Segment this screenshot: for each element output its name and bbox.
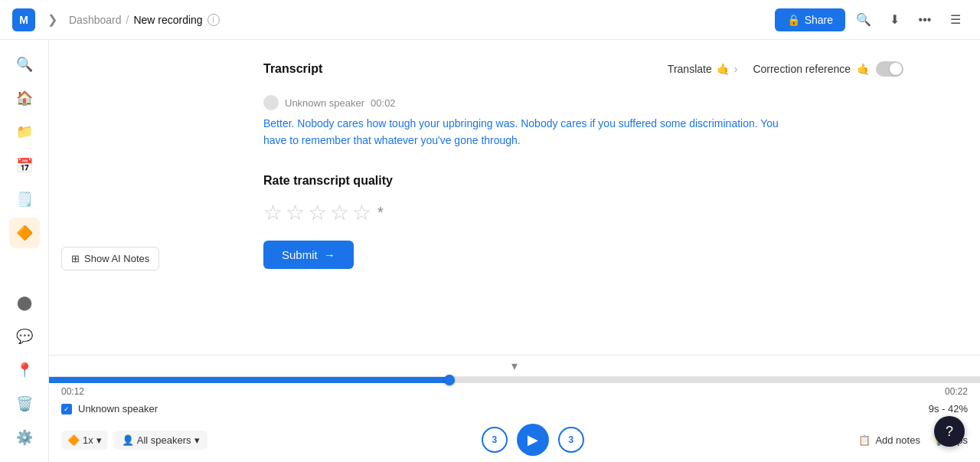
header-left: M ❯ Dashboard / New recording i [12, 8, 220, 31]
breadcrumb: Dashboard / New recording i [69, 14, 220, 26]
speaker-icon: 👤 [122, 434, 134, 446]
sidebar-item-active[interactable]: 🔶 [9, 218, 40, 248]
show-notes-button[interactable]: ⊞ Show AI Notes [61, 247, 159, 270]
sidebar: 🔍 🏠 📁 📅 🗒️ 🔶 ⬤ 💬 📍 🗑️ ⚙️ [0, 40, 49, 462]
speaker-block: Unknown speaker 00:02 Better. Nobody car… [263, 95, 903, 149]
chevron-down-icon: ▾ [511, 359, 518, 373]
star-5[interactable]: ☆ [352, 200, 371, 225]
transcript-header: Transcript Translate 🤙 › Correction refe… [263, 55, 903, 77]
speaker-timestamp: 00:02 [371, 97, 396, 109]
skip-forward-label: 3 [569, 434, 574, 445]
transcript-area: Transcript Translate 🤙 › Correction refe… [49, 40, 980, 355]
notes-icon-player: 📋 [858, 434, 871, 446]
divider-arrow[interactable]: ▾ [49, 355, 980, 376]
correction-reference: Correction reference 🤙 [753, 61, 903, 77]
time-end: 00:22 [945, 386, 968, 397]
play-icon: ▶ [528, 431, 538, 448]
fire-icon: 🤙 [717, 63, 730, 75]
header-right: 🔒 Share 🔍 ⬇ ••• ☰ [775, 8, 968, 32]
breadcrumb-home[interactable]: Dashboard [69, 14, 122, 26]
avatar: M [12, 8, 35, 31]
timeline-bar[interactable] [49, 377, 980, 383]
player-speaker-row: Unknown speaker 9s - 42% [49, 400, 980, 418]
breadcrumb-separator: / [126, 14, 129, 26]
info-icon[interactable]: i [207, 14, 220, 26]
skip-back-label: 3 [492, 434, 498, 445]
speed-button[interactable]: 🔶 1x ▾ [61, 431, 108, 450]
player-section: 00:12 00:22 Unknown speaker 9s - 42% 🔶 1… [49, 376, 980, 462]
main-layout: 🔍 🏠 📁 📅 🗒️ 🔶 ⬤ 💬 📍 🗑️ ⚙️ ⊞ Show AI Notes… [0, 40, 980, 462]
star-3[interactable]: ☆ [308, 200, 327, 225]
more-icon-btn[interactable]: ••• [913, 8, 937, 32]
translate-button[interactable]: Translate 🤙 › [668, 63, 738, 75]
toggle-knob [890, 63, 902, 75]
speaker-info: Unknown speaker 00:02 [263, 95, 903, 110]
rate-title: Rate transcript quality [263, 174, 903, 188]
chevron-down-filter: ▾ [194, 434, 200, 446]
sidebar-item-search[interactable]: 🔍 [9, 49, 40, 80]
chevron-right-icon: › [734, 63, 738, 75]
transcript-icon-btn[interactable]: ☰ [943, 8, 968, 32]
chevron-down-speed: ▾ [96, 434, 102, 446]
timeline-thumb [444, 375, 455, 385]
crown-icon: 🤙 [857, 63, 870, 75]
skip-back-button[interactable]: 3 [482, 427, 508, 453]
correction-toggle[interactable] [876, 61, 903, 77]
sidebar-item-calendar[interactable]: 📅 [9, 150, 40, 181]
player-controls: 🔶 1x ▾ 👤 All speakers ▾ 3 ▶ [49, 418, 980, 462]
speaker-avatar [263, 95, 279, 110]
timeline-progress [49, 377, 449, 383]
sidebar-item-settings[interactable]: ⚙️ [9, 422, 40, 453]
time-start: 00:12 [61, 386, 84, 397]
transcript-title: Transcript [263, 62, 322, 76]
controls-center: 3 ▶ 3 [214, 424, 853, 456]
help-button[interactable]: ? [934, 416, 965, 447]
speaker-checkbox[interactable] [61, 404, 72, 414]
search-icon-btn[interactable]: 🔍 [851, 8, 876, 32]
play-button[interactable]: ▶ [517, 424, 549, 456]
sidebar-item-trash[interactable]: 🗑️ [9, 388, 40, 419]
sidebar-item-folder[interactable]: 📁 [9, 116, 40, 147]
arrow-right-icon: → [324, 248, 335, 261]
duration-label: 9s - 42% [929, 403, 968, 414]
transcript-text: Better. Nobody cares how tough your upbr… [263, 115, 799, 149]
rate-section: Rate transcript quality ☆ ☆ ☆ ☆ ☆ * Subm… [263, 174, 903, 269]
required-asterisk: * [377, 204, 384, 221]
share-button[interactable]: 🔒 Share [775, 8, 845, 31]
sidebar-item-home[interactable]: 🏠 [9, 83, 40, 113]
sidebar-item-notes[interactable]: 🗒️ [9, 184, 40, 215]
download-icon-btn[interactable]: ⬇ [882, 8, 906, 32]
time-labels: 00:12 00:22 [49, 383, 980, 400]
submit-button[interactable]: Submit → [263, 241, 354, 269]
player-speaker-name: Unknown speaker [78, 403, 158, 414]
top-header: M ❯ Dashboard / New recording i 🔒 Share … [0, 0, 980, 40]
sidebar-item-pin[interactable]: 📍 [9, 355, 40, 385]
sidebar-item-circle[interactable]: ⬤ [9, 287, 40, 318]
speaker-name: Unknown speaker [285, 97, 364, 109]
star-4[interactable]: ☆ [330, 200, 349, 225]
correction-ref-label: Correction reference [753, 63, 851, 75]
star-1[interactable]: ☆ [263, 200, 283, 225]
stars-container: ☆ ☆ ☆ ☆ ☆ * [263, 200, 903, 225]
add-notes-button[interactable]: 📋 Add notes [858, 434, 920, 446]
translate-label: Translate [668, 63, 712, 75]
flame-icon: 🔶 [67, 434, 80, 446]
breadcrumb-current: New recording [133, 14, 202, 26]
star-2[interactable]: ☆ [286, 200, 305, 225]
lock-icon: 🔒 [787, 14, 800, 26]
notes-icon: ⊞ [71, 253, 80, 264]
sidebar-toggle[interactable]: ❯ [41, 9, 63, 31]
speaker-row-left: Unknown speaker [61, 403, 158, 414]
speaker-filter-button[interactable]: 👤 All speakers ▾ [114, 431, 207, 450]
content-area: ⊞ Show AI Notes Transcript Translate 🤙 ›… [49, 40, 980, 462]
skip-forward-button[interactable]: 3 [558, 427, 584, 453]
sidebar-item-chat[interactable]: 💬 [9, 321, 40, 352]
